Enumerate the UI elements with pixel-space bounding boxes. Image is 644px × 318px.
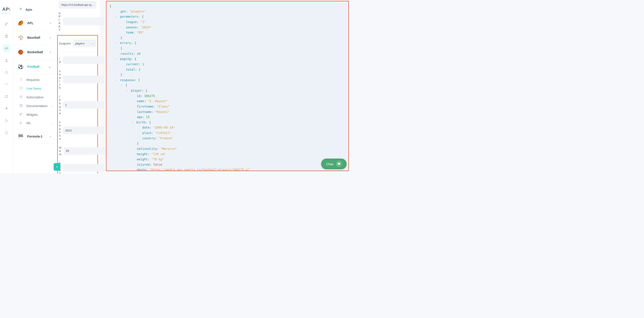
sidebar-subitem-label: Live Demo <box>26 87 41 90</box>
basket-icon[interactable] <box>2 68 10 76</box>
json-response-view[interactable]: { get: "players" - parameters: { league:… <box>106 1 349 171</box>
apps-icon[interactable] <box>2 92 10 101</box>
chevron-right-icon: › <box>50 50 51 54</box>
api-key-input[interactable] <box>63 18 105 25</box>
sidebar-subitem-label: Widgets <box>26 113 38 116</box>
svg-rect-8 <box>5 97 6 98</box>
endpoint-label: Endpoint <box>59 42 71 45</box>
sidebar-subitem-live-demo[interactable]: Live Demo <box>13 84 56 93</box>
sidebar-subitem-subscription[interactable]: Subscription <box>13 93 56 102</box>
svg-rect-13 <box>20 114 21 116</box>
subitem-icon <box>19 95 23 99</box>
chat-bubble-icon <box>336 161 342 167</box>
sidebar-item-label: AFL <box>27 21 33 25</box>
svg-rect-1 <box>5 24 7 26</box>
sidebar-subitem-label: Subscription <box>26 96 44 99</box>
sidebar-item-football[interactable]: ⚽Football⌄ <box>13 60 56 74</box>
subitem-icon: ⌘ <box>19 121 23 125</box>
field-label-team: team <box>59 146 62 156</box>
field-input-team[interactable] <box>64 147 106 155</box>
request-form-panel: https://v3.football.api-sports.io ⌄ API … <box>56 0 100 173</box>
sidebar-subitem-requests[interactable]: Requests <box>13 75 56 84</box>
field-label-search: search <box>59 69 60 90</box>
sidebar-item-label: Baseball <box>27 36 40 39</box>
endpoint-select[interactable]: players ⌄ <box>73 40 96 47</box>
chevron-down-icon: ⌄ <box>48 65 51 68</box>
field-label-season: season <box>59 120 60 140</box>
sidebar-subitem-label: Ids <box>26 121 31 125</box>
layers-icon <box>19 7 23 12</box>
code-icon[interactable] <box>2 44 10 52</box>
apis-heading: Apis <box>13 5 56 16</box>
sport-emoji-icon: ⚽ <box>18 64 24 70</box>
svg-rect-7 <box>7 95 8 96</box>
svg-rect-2 <box>5 35 8 36</box>
sidebar-item-baseball[interactable]: ⚾Baseball› <box>13 30 56 45</box>
sidebar-item-label: Basketball <box>27 50 43 54</box>
bell-icon[interactable] <box>2 105 10 113</box>
sport-emoji-icon: 🏀 <box>18 49 24 55</box>
svg-rect-9 <box>7 97 8 98</box>
chevron-down-icon: ⌄ <box>92 3 94 6</box>
field-label-league: league <box>59 95 60 115</box>
chevron-right-icon: › <box>50 21 51 25</box>
chevron-right-icon: › <box>50 134 51 138</box>
svg-rect-3 <box>5 37 8 38</box>
field-input-season[interactable] <box>63 126 105 134</box>
sport-emoji-icon: ⚾ <box>18 34 24 41</box>
field-input-league[interactable] <box>63 101 105 109</box>
field-input-page[interactable] <box>63 164 105 172</box>
brand-logo: API SPORTS <box>2 7 11 14</box>
subitem-icon <box>19 104 23 108</box>
base-url-select[interactable]: https://v3.football.api-sports.io ⌄ <box>58 1 96 9</box>
chat-widget[interactable]: Chat <box>321 158 346 169</box>
sidebar-collapse-button[interactable] <box>54 163 60 171</box>
svg-rect-0 <box>5 23 8 24</box>
gauge-icon[interactable] <box>2 80 10 88</box>
sidebar-subitem-label: Documentation <box>26 104 48 108</box>
dashboard-icon[interactable] <box>2 20 10 28</box>
sidebar-subitem-ids[interactable]: ⌘Ids› <box>13 119 56 127</box>
sidebar-item-label: Formula-1 <box>27 134 42 138</box>
field-label-id: id <box>59 57 60 64</box>
sidebar-item-formula-1[interactable]: 🏁Formula-1› <box>13 129 56 144</box>
chevron-right-icon: › <box>50 36 51 39</box>
subitem-icon <box>19 112 23 117</box>
chevron-down-icon: ⌄ <box>92 42 94 45</box>
sport-emoji-icon: 🏉 <box>18 20 24 26</box>
subitem-icon <box>19 78 23 82</box>
chevron-right-icon: › <box>52 121 53 125</box>
response-panel: { get: "players" - parameters: { league:… <box>100 0 351 173</box>
history-icon[interactable] <box>2 129 10 137</box>
subitem-icon <box>19 86 23 90</box>
api-key-label: API KEY <box>58 12 60 32</box>
icon-rail: API SPORTS <box>0 0 13 173</box>
sidebar-item-label: Football <box>27 65 39 68</box>
field-input-search[interactable] <box>63 76 105 83</box>
svg-rect-11 <box>20 87 22 89</box>
sidebar-subitem-documentation[interactable]: Documentation› <box>13 102 56 110</box>
sidebar: Apis 🏉AFL›⚾Baseball›🏀Basketball›⚽Footbal… <box>13 0 56 173</box>
field-input-id[interactable] <box>63 56 105 64</box>
logout-icon[interactable] <box>2 117 10 125</box>
sidebar-item-basketball[interactable]: 🏀Basketball› <box>13 45 56 60</box>
sidebar-subitem-widgets[interactable]: Widgets <box>13 110 56 119</box>
svg-rect-6 <box>5 95 6 96</box>
svg-point-5 <box>6 59 7 60</box>
svg-rect-12 <box>20 113 22 114</box>
sport-emoji-icon: 🏁 <box>18 133 24 140</box>
server-icon[interactable] <box>2 32 10 40</box>
chevron-right-icon: › <box>52 104 53 108</box>
user-icon[interactable] <box>2 56 10 64</box>
svg-line-4 <box>6 47 7 50</box>
sidebar-item-afl[interactable]: 🏉AFL› <box>13 16 56 30</box>
params-highlight-box: Endpoint players ⌄ idsearchleagueseasont… <box>57 35 98 173</box>
sidebar-subitem-label: Requests <box>26 78 40 82</box>
